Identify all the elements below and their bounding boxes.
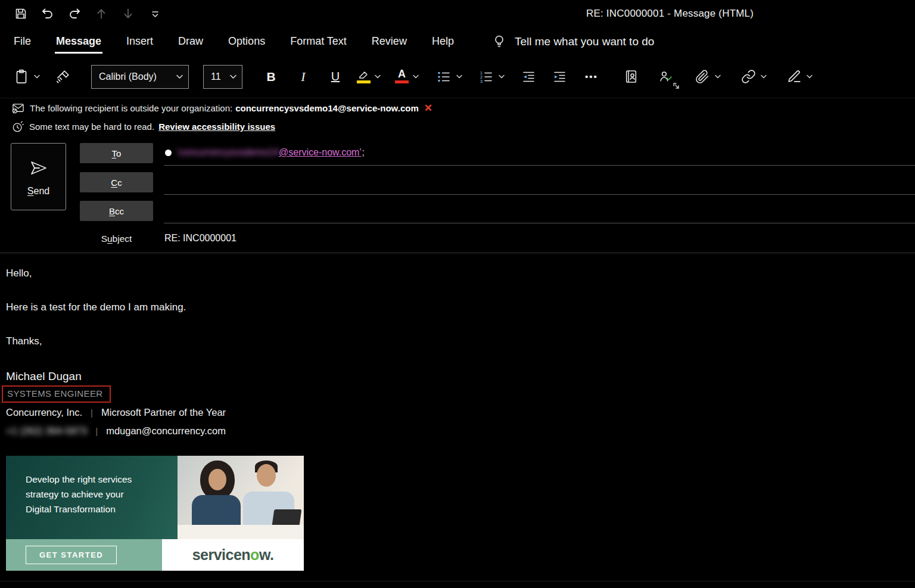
send-label: Send bbox=[27, 186, 49, 197]
tab-help[interactable]: Help bbox=[419, 27, 466, 55]
send-button[interactable]: Send bbox=[11, 143, 66, 210]
bullets-button[interactable] bbox=[435, 64, 452, 90]
font-size-value: 11 bbox=[211, 71, 221, 82]
font-color-dropdown-chevron-icon[interactable] bbox=[413, 74, 419, 79]
tab-message[interactable]: Message bbox=[43, 27, 114, 55]
accessibility-checker-icon bbox=[12, 121, 24, 133]
message-line-3: Thanks, bbox=[6, 335, 42, 347]
highlight-dropdown-chevron-icon[interactable] bbox=[375, 74, 381, 79]
undo-button[interactable] bbox=[39, 5, 57, 23]
signature-company-row: Concurrency, Inc. | Microsoft Partner of… bbox=[6, 407, 226, 418]
paste-button[interactable] bbox=[13, 64, 30, 90]
signature-button[interactable] bbox=[786, 64, 802, 90]
paste-clipboard-icon bbox=[14, 69, 29, 85]
message-body-editor[interactable]: Hello, Here is a test for the demo I am … bbox=[0, 253, 915, 581]
signature-job-title: SYSTEMS ENGINEER bbox=[7, 388, 103, 399]
tab-review[interactable]: Review bbox=[359, 27, 419, 55]
tab-draw[interactable]: Draw bbox=[166, 27, 216, 55]
font-name-chevron-icon[interactable] bbox=[176, 74, 183, 79]
tell-me-label: Tell me what you want to do bbox=[515, 35, 654, 48]
increase-indent-icon bbox=[552, 70, 567, 84]
check-names-icon bbox=[658, 69, 673, 84]
signature-award: Microsoft Partner of the Year bbox=[101, 407, 226, 418]
quick-access-toolbar bbox=[0, 5, 164, 23]
font-color-bar bbox=[395, 80, 409, 83]
numbering-dropdown-chevron-icon[interactable] bbox=[499, 74, 505, 79]
italic-button[interactable]: I bbox=[295, 64, 312, 90]
font-color-icon: A bbox=[398, 70, 406, 79]
save-icon bbox=[14, 7, 28, 21]
undo-icon bbox=[41, 7, 55, 21]
subject-label: Subject bbox=[80, 234, 153, 244]
signature-pen-icon bbox=[787, 69, 802, 84]
accessibility-warning: Some text may be hard to read. Review ac… bbox=[0, 117, 915, 136]
italic-icon: I bbox=[301, 69, 305, 85]
check-names-button[interactable] bbox=[657, 64, 674, 90]
to-button[interactable]: To bbox=[80, 143, 153, 163]
highlighter-icon bbox=[357, 70, 371, 79]
presence-dot-icon bbox=[165, 150, 172, 156]
tab-format-text[interactable]: Format Text bbox=[278, 27, 359, 55]
insert-link-button[interactable] bbox=[740, 64, 757, 90]
subject-field[interactable]: RE: INC0000001 bbox=[164, 233, 236, 244]
signature-phone-blurred: +1 (262) 364-5873 bbox=[6, 425, 87, 437]
paste-dropdown-chevron-icon[interactable] bbox=[34, 74, 40, 79]
external-warning-email: concurrencysvsdemo14@service-now.com bbox=[235, 103, 419, 113]
recipient-address[interactable]: @service-now.com' bbox=[279, 147, 361, 158]
save-button[interactable] bbox=[12, 5, 30, 23]
address-book-button[interactable] bbox=[623, 64, 639, 90]
tab-options[interactable]: Options bbox=[216, 27, 278, 55]
bullets-dropdown-chevron-icon[interactable] bbox=[456, 74, 462, 79]
review-accessibility-link[interactable]: Review accessibility issues bbox=[158, 122, 275, 132]
redo-icon bbox=[67, 7, 82, 21]
compose-header: Send To Cc Bcc 'concurrencysvsdemo14@ser… bbox=[0, 136, 915, 253]
external-recipient-warning: The following recipient is outside your … bbox=[0, 99, 915, 117]
titlebar: RE: INC0000001 - Message (HTML) bbox=[0, 0, 915, 27]
signature-dropdown-chevron-icon[interactable] bbox=[807, 74, 813, 79]
ribbon-toolbar: Calibri (Body) 11 B I U bbox=[0, 55, 915, 98]
signature-company: Concurrency, Inc. bbox=[6, 407, 82, 418]
dismiss-warning-icon[interactable]: ✕ bbox=[424, 102, 432, 114]
overflow-chevron-icon bbox=[151, 10, 160, 18]
link-dropdown-chevron-icon[interactable] bbox=[761, 74, 767, 79]
bold-button[interactable]: B bbox=[263, 64, 279, 90]
text-highlight-button[interactable] bbox=[357, 70, 371, 83]
numbering-button[interactable]: 123 bbox=[478, 64, 494, 90]
tab-insert[interactable]: Insert bbox=[114, 27, 166, 55]
underline-button[interactable]: U bbox=[327, 64, 344, 90]
move-up-button[interactable] bbox=[92, 5, 110, 23]
attach-file-button[interactable] bbox=[694, 64, 711, 90]
customize-quick-access-button[interactable] bbox=[146, 5, 164, 23]
dialog-launcher-button[interactable] bbox=[672, 82, 680, 90]
increase-indent-button[interactable] bbox=[551, 64, 568, 90]
more-formatting-button[interactable]: ••• bbox=[583, 64, 600, 90]
send-icon bbox=[27, 157, 50, 179]
get-started-button[interactable]: GET STARTED bbox=[26, 546, 117, 564]
signature-contact-row: +1 (262) 364-5873 | mdugan@concurrency.c… bbox=[6, 425, 226, 437]
accessibility-issue-highlight-box: SYSTEMS ENGINEER bbox=[2, 385, 111, 403]
numbered-list-icon: 123 bbox=[479, 70, 493, 84]
tab-file[interactable]: File bbox=[1, 27, 43, 55]
format-painter-button[interactable] bbox=[54, 64, 71, 90]
cc-field[interactable] bbox=[164, 194, 915, 195]
to-field[interactable] bbox=[164, 165, 915, 166]
bcc-field[interactable] bbox=[164, 223, 915, 223]
servicenow-banner-image[interactable]: Develop the right services strategy to a… bbox=[6, 456, 304, 571]
font-size-chevron-icon[interactable] bbox=[230, 74, 236, 79]
font-color-button[interactable]: A bbox=[395, 70, 409, 83]
highlight-color-bar bbox=[357, 80, 371, 83]
cc-button[interactable]: Cc bbox=[80, 172, 153, 192]
recipient-pill[interactable]: 'concurrencysvsdemo14@service-now.com'; bbox=[165, 147, 365, 158]
svg-text:3: 3 bbox=[480, 79, 483, 83]
redo-button[interactable] bbox=[66, 5, 83, 23]
font-size-select[interactable]: 11 bbox=[203, 65, 242, 89]
recipient-name-blurred: 'concurrencysvsdemo14 bbox=[176, 147, 279, 158]
decrease-indent-button[interactable] bbox=[520, 64, 537, 90]
signature-email: mdugan@concurrency.com bbox=[106, 425, 226, 437]
attach-dropdown-chevron-icon[interactable] bbox=[715, 74, 721, 79]
bcc-button[interactable]: Bcc bbox=[80, 201, 153, 221]
move-down-button[interactable] bbox=[119, 5, 137, 23]
message-line-2: Here is a test for the demo I am making. bbox=[6, 301, 186, 313]
font-name-select[interactable]: Calibri (Body) bbox=[91, 65, 189, 89]
tell-me-search[interactable]: Tell me what you want to do bbox=[493, 27, 654, 55]
